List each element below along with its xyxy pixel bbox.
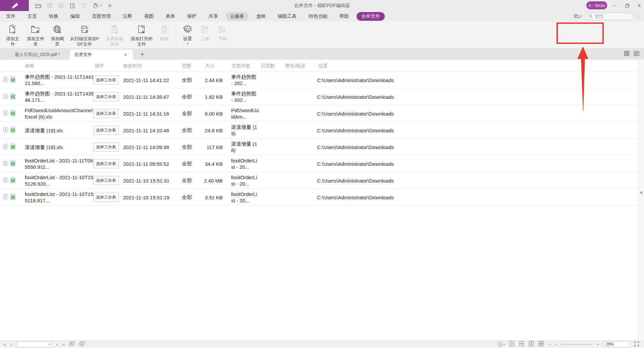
- menu-present[interactable]: 放映: [252, 12, 270, 21]
- more-options-icon[interactable]: ⋮: [636, 14, 641, 19]
- collapse-panel-icon[interactable]: [640, 191, 642, 194]
- table-row[interactable]: S Pdf2wordUuidAmountChannelExcel (6).xls…: [0, 105, 644, 122]
- table-row[interactable]: S foxitOrderList - 2021-11-10T155118.917…: [0, 189, 644, 206]
- reorder-icon[interactable]: [3, 177, 8, 184]
- column-header-bates[interactable]: 贝茨数: [261, 63, 275, 69]
- reorder-icon[interactable]: [3, 160, 8, 167]
- next-page-icon[interactable]: ›: [56, 342, 58, 347]
- select-worksheet-button[interactable]: 选择工作表: [93, 76, 119, 85]
- column-header-warnings[interactable]: 警告/错误: [285, 63, 305, 69]
- fit-screen-icon[interactable]: [634, 341, 639, 348]
- select-worksheet-button[interactable]: 选择工作表: [93, 92, 119, 101]
- hand-tool-icon[interactable]: [92, 2, 99, 9]
- column-header-range[interactable]: 范围: [182, 63, 191, 69]
- menu-help[interactable]: 帮助: [335, 12, 353, 21]
- remove-button[interactable]: 移除: [156, 23, 173, 43]
- save-icon[interactable]: [46, 2, 53, 9]
- select-worksheet-button[interactable]: 选择工作表: [93, 176, 119, 185]
- menu-page-management[interactable]: 页面管理: [88, 12, 115, 21]
- new-document-icon[interactable]: [69, 2, 76, 9]
- column-header-name[interactable]: 名称: [25, 63, 34, 69]
- search-input[interactable]: [595, 14, 628, 19]
- table-row[interactable]: S 渠道增量 (19).xls 选择工作表 2021-11-11 14:10:4…: [0, 122, 644, 139]
- menu-accessibility-tools[interactable]: 辅助工具: [273, 12, 301, 21]
- add-from-scanner-button[interactable]: 从扫描仪添加PDF文件: [67, 23, 102, 48]
- add-webpage-button[interactable]: 添加网页: [48, 23, 67, 48]
- table-row[interactable]: S foxitOrderList - 2021-11-11T095550.911…: [0, 155, 644, 172]
- snapshot-icon[interactable]: [69, 341, 75, 347]
- reorder-icon[interactable]: [3, 77, 8, 83]
- menu-special-features[interactable]: 特色功能: [304, 12, 332, 21]
- menu-edit[interactable]: 编辑: [66, 12, 84, 21]
- reorder-icon[interactable]: [3, 144, 8, 150]
- menu-file[interactable]: 文件: [2, 12, 20, 21]
- restore-button[interactable]: [621, 0, 633, 11]
- first-page-icon[interactable]: «: [3, 342, 6, 347]
- tab-merge-files[interactable]: 合并文件 ×: [70, 50, 133, 60]
- last-page-icon[interactable]: »: [62, 342, 65, 347]
- menu-share[interactable]: 共享: [204, 12, 222, 21]
- close-tab-icon[interactable]: ×: [123, 52, 128, 57]
- tab-ocr-document[interactable]: 新人引导(1)_OCR.pdf *: [10, 50, 70, 60]
- settings-button[interactable]: 设置 ▾: [179, 23, 196, 46]
- facing-continuous-icon[interactable]: [538, 341, 544, 348]
- minimize-button[interactable]: [608, 0, 621, 11]
- advanced-search-icon[interactable]: ▾: [574, 14, 582, 19]
- print-icon[interactable]: [58, 2, 64, 9]
- zoom-out-icon[interactable]: −: [548, 342, 551, 347]
- open-file-icon[interactable]: [35, 2, 42, 9]
- column-header-location[interactable]: 位置: [318, 63, 328, 69]
- undo-icon[interactable]: [80, 2, 87, 9]
- reorder-icon[interactable]: [3, 194, 8, 201]
- reorder-icon[interactable]: [3, 93, 8, 100]
- select-worksheet-button[interactable]: 选择工作表: [93, 142, 119, 151]
- page-number-combobox[interactable]: ▾: [17, 342, 52, 347]
- customize-toolbar-icon[interactable]: [106, 2, 113, 9]
- move-up-button[interactable]: 上移: [196, 23, 214, 43]
- copy-page-icon[interactable]: [79, 341, 85, 347]
- user-account-badge[interactable]: A - Sh3n: [586, 1, 607, 9]
- menu-form[interactable]: 表单: [161, 12, 179, 21]
- select-worksheet-button[interactable]: 选择工作表: [93, 193, 119, 202]
- zoom-level-box[interactable]: 25%: [604, 341, 630, 347]
- zoom-slider-thumb[interactable]: [557, 342, 561, 346]
- tab-switch-icon[interactable]: [634, 51, 639, 57]
- menu-view[interactable]: 视图: [140, 12, 158, 21]
- column-header-bookmark[interactable]: 文档书签: [231, 63, 250, 69]
- menu-convert[interactable]: 转换: [45, 12, 63, 21]
- table-row[interactable]: S 事件趋势图 - 2021-11-11T143546.171... 选择工作表…: [0, 88, 644, 105]
- zoom-in-icon[interactable]: +: [597, 342, 599, 347]
- menu-cloud-service[interactable]: 云服务: [226, 12, 249, 21]
- add-files-button[interactable]: 添加文件: [2, 23, 23, 48]
- add-open-files-button[interactable]: 添加打开的文件: [127, 23, 156, 48]
- tab-grid-icon[interactable]: [624, 51, 629, 57]
- new-tab-button[interactable]: +: [139, 51, 146, 58]
- column-header-modified-time[interactable]: 修改时间: [123, 63, 142, 69]
- zoom-slider[interactable]: [555, 344, 592, 345]
- menu-protect[interactable]: 保护: [183, 12, 201, 21]
- menu-home[interactable]: 主页: [23, 12, 41, 21]
- previous-page-icon[interactable]: ‹: [10, 342, 12, 347]
- close-window-button[interactable]: ×: [633, 0, 644, 11]
- hand-tool-caret-icon[interactable]: ▾: [100, 4, 102, 7]
- move-down-button[interactable]: 下移: [214, 23, 231, 43]
- add-from-clipboard-button[interactable]: 从剪贴板添加: [102, 23, 127, 48]
- table-row[interactable]: S 渠道增量 (18).xls 选择工作表 2021-11-11 14:09:3…: [0, 139, 644, 155]
- merge-files-context-pill[interactable]: 合并文件: [357, 12, 385, 21]
- column-header-action[interactable]: 操作: [95, 63, 104, 69]
- select-worksheet-button[interactable]: 选择工作表: [93, 126, 119, 135]
- search-box[interactable]: [585, 13, 633, 20]
- facing-page-icon[interactable]: [529, 341, 534, 348]
- menu-comment[interactable]: 注释: [118, 12, 137, 21]
- single-page-icon[interactable]: [509, 341, 515, 348]
- continuous-page-icon[interactable]: [519, 341, 524, 348]
- table-row[interactable]: S 事件趋势图 - 2021-11-11T144121.560... 选择工作表…: [0, 72, 644, 88]
- select-worksheet-button[interactable]: 选择工作表: [93, 109, 119, 118]
- reorder-icon[interactable]: [3, 110, 8, 117]
- select-worksheet-button[interactable]: 选择工作表: [93, 159, 119, 168]
- add-folder-button[interactable]: 添加文件夹: [23, 23, 48, 48]
- view-rotate-icon[interactable]: ▾: [497, 342, 505, 347]
- column-header-size[interactable]: 大小: [205, 63, 215, 69]
- table-row[interactable]: S foxitOrderList - 2021-11-10T155126.920…: [0, 172, 644, 189]
- reorder-icon[interactable]: [3, 127, 8, 134]
